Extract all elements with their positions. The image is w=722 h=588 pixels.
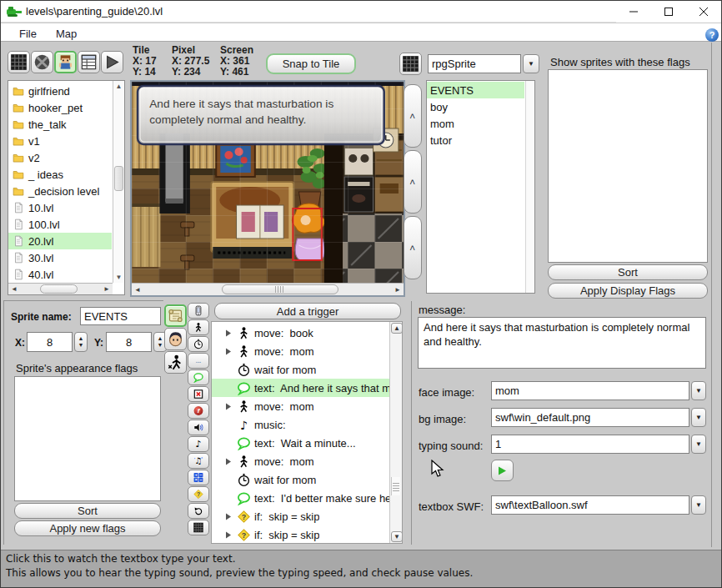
sprite-item-tutor[interactable]: tutor [427, 132, 524, 148]
grid-toggle-button[interactable] [399, 53, 422, 75]
sprite-type-combo-arrow[interactable]: ▼ [523, 54, 539, 73]
tree-item-100.lvl[interactable]: 100.lvl [8, 216, 112, 233]
appearance-flags-list[interactable] [14, 376, 161, 501]
map-hscrollbar[interactable]: ◄ ► [132, 283, 404, 295]
trigger-type-flash-button[interactable]: f [188, 403, 209, 419]
trigger-type-scroll-button[interactable] [164, 304, 187, 327]
expand-arrow-icon[interactable] [222, 458, 235, 465]
expand-arrow-icon[interactable] [222, 531, 235, 539]
sprite-item-mom[interactable]: mom [427, 115, 524, 132]
display-flags-apply-button[interactable]: Apply Display Flags [548, 283, 708, 299]
menu-file[interactable]: File [14, 26, 42, 42]
textbox-swf-combo-input[interactable] [491, 495, 689, 515]
tree-item-10.lvl[interactable]: 10.lvl [8, 199, 112, 216]
textbox-swf-combo-arrow[interactable]: ▼ [691, 495, 706, 515]
tool-play-button[interactable] [101, 51, 123, 73]
collapse-panel-button-3[interactable]: < [404, 216, 422, 279]
bg-image-combo-input[interactable] [491, 408, 689, 427]
speaker-icon [190, 422, 207, 433]
sprite-item-boy[interactable]: boy [427, 98, 524, 115]
display-flags-list[interactable] [548, 69, 708, 263]
tree-item-v1[interactable]: v1 [8, 133, 112, 149]
trigger-type-math-button[interactable]: +−×÷ [188, 470, 209, 485]
window-maximize-button[interactable] [651, 1, 686, 23]
file-tree-hscrollbar[interactable]: ◄ ► [8, 283, 113, 294]
expand-arrow-icon[interactable] [222, 513, 235, 520]
help-icon[interactable]: ? [705, 28, 719, 42]
tree-item-hooker_pet[interactable]: hooker_pet [8, 99, 112, 116]
trigger-type-note-button[interactable]: ♪ [188, 436, 209, 452]
trigger-row-5[interactable]: ♪music: [212, 415, 389, 434]
bg-image-combo-arrow[interactable]: ▼ [691, 408, 706, 427]
tool-grid-button[interactable] [8, 51, 30, 73]
typing-sound-combo-arrow[interactable]: ▼ [691, 435, 706, 454]
expand-arrow-icon[interactable] [222, 329, 235, 337]
trigger-scroll-down[interactable]: ▼ [391, 531, 403, 542]
display-flags-sort-button[interactable]: Sort [548, 264, 708, 280]
trigger-type-clock-button[interactable] [188, 336, 209, 352]
sprite-type-combo-input[interactable] [428, 54, 521, 73]
tree-item-the_talk[interactable]: the_talk [8, 116, 112, 133]
trigger-row-1[interactable]: move: mom [212, 342, 389, 360]
trigger-vscrollbar[interactable]: ▲ ▼ [389, 322, 402, 543]
trigger-type-speaker-button[interactable] [188, 420, 209, 435]
trigger-scroll-up[interactable]: ▲ [391, 323, 403, 334]
trigger-type-walk-x-button[interactable] [164, 351, 187, 374]
sprite-item-EVENTS[interactable]: EVENTS [427, 82, 524, 98]
trigger-type-speech-button[interactable] [188, 369, 209, 385]
snap-to-tile-button[interactable]: Snap to Tile [266, 53, 356, 74]
trigger-row-10[interactable]: ?if: skip = skip [212, 507, 389, 525]
trigger-row-2[interactable]: wait for mom [212, 360, 389, 379]
tree-item-_ ideas[interactable]: _ ideas [8, 166, 112, 183]
sprite-name-input[interactable] [80, 307, 161, 325]
tool-table-button[interactable] [78, 51, 100, 73]
trigger-type-phone-button[interactable] [188, 303, 209, 319]
trigger-type-x-box-button[interactable] [188, 386, 209, 402]
trigger-type-boy-face-button[interactable] [164, 328, 187, 350]
tile-coord-label: Tile [133, 44, 149, 56]
face-image-combo-input[interactable] [491, 381, 689, 400]
tool-grid-x-button[interactable] [31, 51, 53, 73]
appearance-sort-button[interactable]: Sort [14, 503, 161, 519]
trigger-row-6[interactable]: text: Wait a minute... [212, 434, 389, 452]
collapse-panel-button-1[interactable]: < [404, 84, 422, 148]
tree-item-30.lvl[interactable]: 30.lvl [8, 249, 112, 266]
x-input[interactable] [27, 332, 73, 352]
menu-map[interactable]: Map [51, 26, 82, 42]
collapse-panel-button-2[interactable]: < [404, 150, 422, 214]
trigger-type-dots-button[interactable]: ... [188, 353, 209, 369]
expand-arrow-icon[interactable] [222, 403, 235, 410]
trigger-type-question-button[interactable]: ? [188, 486, 209, 502]
window-minimize-button[interactable] [616, 1, 651, 23]
trigger-type-notes-button[interactable]: ♫ [188, 453, 209, 469]
trigger-row-11[interactable]: ?if: skip = skip [212, 525, 389, 544]
appearance-apply-button[interactable]: Apply new flags [14, 520, 161, 536]
tool-boy-sprite-button[interactable] [54, 51, 77, 73]
add-trigger-button[interactable]: Add a trigger [214, 303, 401, 319]
tree-item-40.lvl[interactable]: 40.lvl [8, 266, 112, 283]
trigger-row-9[interactable]: text: I'd better make sure he c [212, 489, 389, 507]
x-stepper[interactable]: ▲▼ [74, 332, 88, 352]
typing-sound-combo-input[interactable] [491, 435, 689, 454]
tree-item-20.lvl[interactable]: 20.lvl [8, 233, 112, 249]
window-close-button[interactable] [686, 1, 721, 23]
trigger-type-walk-button[interactable] [188, 319, 209, 335]
trigger-type-grid-button[interactable] [188, 520, 209, 535]
trigger-row-4[interactable]: move: mom [212, 397, 389, 415]
tree-item-v2[interactable]: v2 [8, 149, 112, 166]
trigger-type-loop-button[interactable] [188, 503, 209, 519]
trigger-row-3[interactable]: text: And here it says that ma [212, 379, 389, 397]
sprite-list-scrollbar[interactable] [525, 81, 534, 293]
tree-item-girlfriend[interactable]: girlfriend [8, 83, 112, 99]
tree-item-_decision level[interactable]: _decision level [8, 183, 112, 199]
message-textarea[interactable]: And here it says that masturbation is co… [418, 317, 706, 369]
trigger-row-8[interactable]: wait for mom [212, 470, 389, 489]
face-image-combo-arrow[interactable]: ▼ [691, 381, 706, 400]
trigger-row-0[interactable]: move: book [212, 324, 389, 342]
map-preview[interactable]: And here it says that masturbation is co… [130, 80, 405, 297]
trigger-row-7[interactable]: move: mom [212, 452, 389, 470]
preview-typing-play-button[interactable] [491, 460, 514, 481]
file-tree-vscrollbar[interactable]: ▲ ▼ [113, 81, 124, 283]
y-input[interactable] [106, 332, 152, 352]
expand-arrow-icon[interactable] [222, 348, 235, 355]
